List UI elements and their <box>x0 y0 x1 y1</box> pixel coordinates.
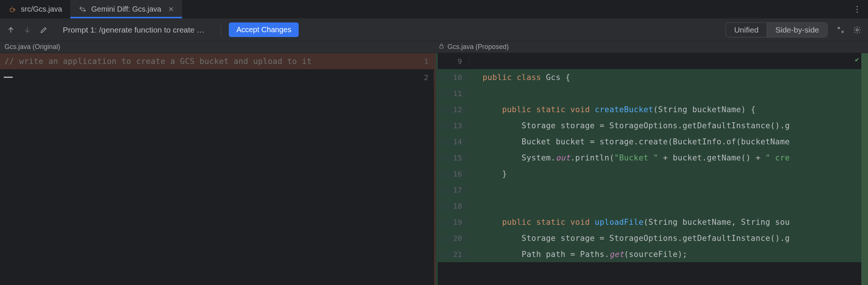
tab-src-gcs[interactable]: src/Gcs.java <box>0 0 70 18</box>
code-line[interactable]: 21 Path path = Paths.get(sourceFile); <box>438 246 868 262</box>
gutter-line-number: 15 <box>438 153 469 162</box>
gutter-line-number: 2 <box>412 73 434 82</box>
view-side-by-side-button[interactable]: Side-by-side <box>767 23 827 37</box>
code-line[interactable]: 17 <box>438 182 868 198</box>
tab-bar: src/Gcs.java Gemini Diff: Gcs.java ✕ ⋮ <box>0 0 868 19</box>
scrollbar[interactable] <box>861 53 868 285</box>
gutter-line-number: 17 <box>438 186 469 194</box>
right-pane-title: Gcs.java (Proposed) <box>447 43 509 51</box>
gutter-line-number: 14 <box>438 137 469 146</box>
gear-icon[interactable] <box>852 24 863 36</box>
code-line[interactable]: 9 <box>438 53 868 69</box>
code-line[interactable]: 10public class Gcs { <box>438 69 868 85</box>
view-unified-button[interactable]: Unified <box>726 23 767 37</box>
tab-label: Gemini Diff: Gcs.java <box>91 5 161 13</box>
diff-toolbar: Prompt 1: /generate function to create …… <box>0 19 868 41</box>
left-pane-title: Gcs.java (Original) <box>4 43 60 51</box>
diff-body: ✔ // write an application to create a GC… <box>0 53 868 285</box>
left-pane[interactable]: ✔ // write an application to create a GC… <box>0 53 434 285</box>
gutter-line-number: 10 <box>438 73 469 82</box>
right-pane[interactable]: 910public class Gcs {1112 public static … <box>438 53 868 285</box>
gutter-line-number: 12 <box>438 105 469 114</box>
separator <box>221 24 221 36</box>
lock-icon <box>438 43 444 51</box>
close-icon[interactable]: ✕ <box>168 5 174 13</box>
pane-headers: Gcs.java (Original) Gcs.java (Proposed) <box>0 41 868 53</box>
java-cup-icon <box>8 5 16 13</box>
kebab-menu-icon[interactable]: ⋮ <box>846 4 868 14</box>
left-pane-header: Gcs.java (Original) <box>0 41 434 53</box>
view-mode-segment: Unified Side-by-side <box>726 22 828 37</box>
prompt-text: Prompt 1: /generate function to create … <box>55 25 213 34</box>
accept-changes-button[interactable]: Accept Changes <box>229 22 299 37</box>
gutter-line-number: 13 <box>438 121 469 130</box>
code-line[interactable]: 16 } <box>438 166 868 182</box>
code-line[interactable]: 20 Storage storage = StorageOptions.getD… <box>438 230 868 246</box>
code-line[interactable]: 12 public static void createBucket(Strin… <box>438 101 868 117</box>
gutter-line-number: 19 <box>438 218 469 227</box>
collapse-icon[interactable] <box>835 24 846 36</box>
code-line[interactable]: 13 Storage storage = StorageOptions.getD… <box>438 117 868 134</box>
diff-icon <box>79 5 87 13</box>
right-pane-header: Gcs.java (Proposed) <box>434 41 868 53</box>
gutter-line-number: 11 <box>438 89 469 98</box>
gutter-line-number: 16 <box>438 169 469 178</box>
arrow-up-icon[interactable] <box>5 24 16 36</box>
gutter-line-number: 21 <box>438 250 469 259</box>
code-line[interactable]: // write an application to create a GCS … <box>0 53 434 69</box>
code-line[interactable]: 2 <box>0 69 434 85</box>
tab-label: src/Gcs.java <box>21 5 62 13</box>
gutter-line-number: 20 <box>438 234 469 243</box>
check-icon: ✔ <box>855 55 859 63</box>
pencil-icon[interactable] <box>38 24 49 36</box>
gutter-line-number: 18 <box>438 202 469 211</box>
svg-rect-1 <box>440 46 443 48</box>
code-line[interactable]: 15 System.out.println("Bucket " + bucket… <box>438 150 868 166</box>
pane-divider[interactable] <box>434 53 438 285</box>
gutter-line-number: 1 <box>412 57 434 66</box>
arrow-down-icon[interactable] <box>22 24 33 36</box>
gutter-line-number: 9 <box>438 57 469 66</box>
svg-point-0 <box>856 29 858 31</box>
code-line[interactable]: 14 Bucket bucket = storage.create(Bucket… <box>438 134 868 150</box>
tab-gemini-diff[interactable]: Gemini Diff: Gcs.java ✕ <box>70 0 182 18</box>
code-line[interactable]: 11 <box>438 85 868 101</box>
code-line[interactable]: 18 <box>438 198 868 214</box>
code-line[interactable]: 19 public static void uploadFile(String … <box>438 214 868 230</box>
